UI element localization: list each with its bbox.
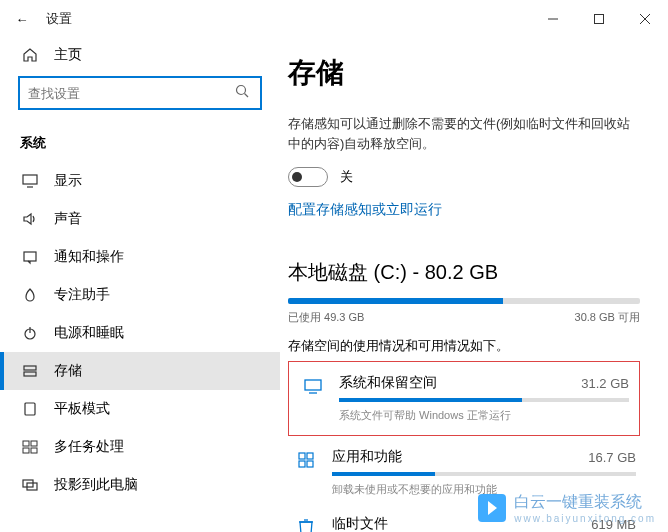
category-name: 应用和功能: [332, 448, 402, 466]
svg-rect-6: [23, 175, 37, 184]
disk-usage-bar: [288, 298, 640, 304]
svg-point-4: [237, 86, 246, 95]
search-box[interactable]: [18, 76, 262, 110]
watermark: 白云一键重装系统 www.baiyunxitong.com: [478, 492, 656, 524]
category-size: 31.2 GB: [581, 376, 629, 391]
storage-usage-note: 存储空间的使用情况和可用情况如下。: [288, 337, 640, 355]
power-icon: [20, 325, 40, 341]
nav-label: 通知和操作: [54, 248, 124, 266]
nav-item-focus[interactable]: 专注助手: [0, 276, 280, 314]
nav-item-storage[interactable]: 存储: [0, 352, 280, 390]
category-subtitle: 系统文件可帮助 Windows 正常运行: [339, 408, 629, 423]
category-name: 临时文件: [332, 515, 388, 532]
home-label: 主页: [54, 46, 82, 64]
nav-label: 显示: [54, 172, 82, 190]
svg-rect-17: [31, 448, 37, 453]
back-button[interactable]: ←: [10, 7, 34, 31]
svg-rect-16: [23, 448, 29, 453]
watermark-text: 白云一键重装系统: [514, 492, 656, 513]
nav-item-sound[interactable]: 声音: [0, 200, 280, 238]
svg-rect-13: [25, 403, 35, 415]
svg-rect-20: [305, 380, 321, 390]
nav-label: 投影到此电脑: [54, 476, 138, 494]
disk-free-label: 30.8 GB 可用: [575, 310, 640, 325]
storage-category[interactable]: 系统和保留空间31.2 GB系统文件可帮助 Windows 正常运行: [295, 364, 633, 431]
category-size: 16.7 GB: [588, 450, 636, 465]
category-bar: [339, 398, 629, 402]
svg-rect-1: [595, 15, 604, 24]
project-icon: [20, 477, 40, 493]
maximize-button[interactable]: [576, 3, 622, 35]
storage-icon: [20, 363, 40, 379]
page-title: 存储: [288, 54, 640, 92]
toggle-state-label: 关: [340, 168, 353, 186]
disk-title: 本地磁盘 (C:) - 80.2 GB: [288, 259, 640, 286]
minimize-button[interactable]: [530, 3, 576, 35]
category-bar: [332, 472, 636, 476]
svg-rect-15: [31, 441, 37, 446]
disk-used-label: 已使用 49.3 GB: [288, 310, 364, 325]
category-icon: [292, 517, 320, 532]
nav-item-project[interactable]: 投影到此电脑: [0, 466, 280, 504]
sidebar: 主页 系统 显示声音通知和操作专注助手电源和睡眠存储平板模式多任务处理投影到此电…: [0, 38, 280, 532]
group-header: 系统: [0, 126, 280, 162]
svg-rect-14: [23, 441, 29, 446]
configure-storage-sense-link[interactable]: 配置存储感知或立即运行: [288, 201, 640, 219]
watermark-url: www.baiyunxitong.com: [514, 513, 656, 524]
nav-item-notifications[interactable]: 通知和操作: [0, 238, 280, 276]
category-icon: [292, 450, 320, 470]
nav-item-power[interactable]: 电源和睡眠: [0, 314, 280, 352]
watermark-icon: [478, 494, 506, 522]
storage-sense-description: 存储感知可以通过删除不需要的文件(例如临时文件和回收站中的内容)自动释放空间。: [288, 114, 640, 153]
category-icon: [299, 376, 327, 396]
home-icon: [20, 47, 40, 63]
sound-icon: [20, 211, 40, 227]
svg-rect-12: [24, 372, 36, 376]
search-input[interactable]: [28, 86, 232, 101]
nav-item-multitask[interactable]: 多任务处理: [0, 428, 280, 466]
search-icon: [232, 84, 252, 102]
nav-item-tablet[interactable]: 平板模式: [0, 390, 280, 428]
svg-rect-8: [24, 252, 36, 261]
nav-label: 平板模式: [54, 400, 110, 418]
svg-rect-24: [299, 461, 305, 467]
nav-label: 声音: [54, 210, 82, 228]
notifications-icon: [20, 249, 40, 265]
display-icon: [20, 173, 40, 189]
app-title: 设置: [46, 10, 72, 28]
home-nav[interactable]: 主页: [0, 38, 280, 76]
close-button[interactable]: [622, 3, 668, 35]
nav-label: 存储: [54, 362, 82, 380]
main-panel: 存储 存储感知可以通过删除不需要的文件(例如临时文件和回收站中的内容)自动释放空…: [280, 38, 668, 532]
svg-rect-11: [24, 366, 36, 370]
svg-rect-25: [307, 461, 313, 467]
focus-icon: [20, 287, 40, 303]
nav-label: 专注助手: [54, 286, 110, 304]
nav-label: 电源和睡眠: [54, 324, 124, 342]
svg-rect-22: [299, 453, 305, 459]
nav-item-display[interactable]: 显示: [0, 162, 280, 200]
storage-sense-toggle[interactable]: [288, 167, 328, 187]
svg-line-5: [245, 94, 249, 98]
category-name: 系统和保留空间: [339, 374, 437, 392]
nav-label: 多任务处理: [54, 438, 124, 456]
tablet-icon: [20, 401, 40, 417]
multitask-icon: [20, 439, 40, 455]
svg-rect-23: [307, 453, 313, 459]
